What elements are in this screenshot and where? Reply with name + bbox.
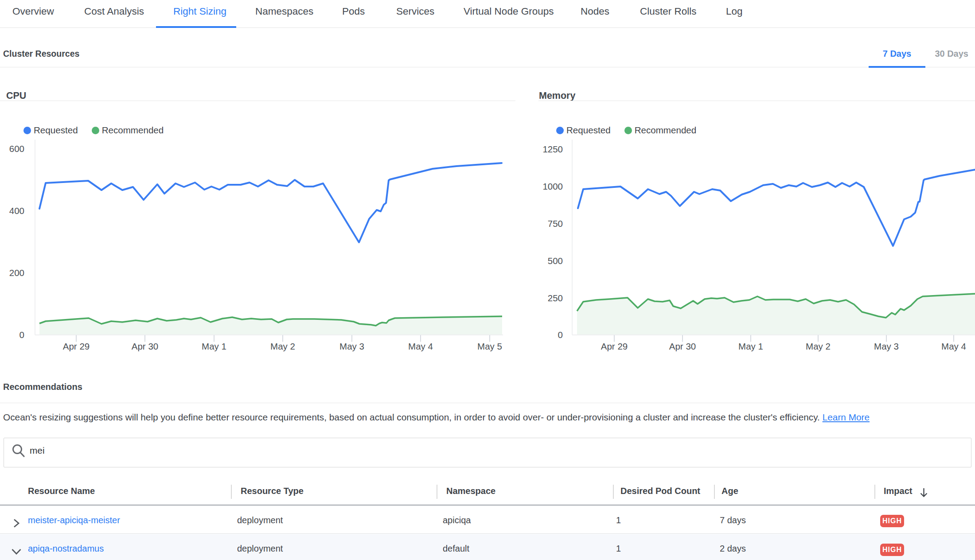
- svg-text:500: 500: [548, 256, 563, 266]
- svg-text:May 3: May 3: [874, 341, 899, 351]
- svg-text:250: 250: [548, 293, 563, 303]
- svg-text:May 3: May 3: [339, 341, 364, 351]
- svg-text:1250: 1250: [542, 144, 563, 154]
- svg-text:May 2: May 2: [806, 341, 831, 351]
- svg-text:200: 200: [9, 268, 24, 278]
- svg-text:0: 0: [558, 330, 563, 340]
- svg-text:May 4: May 4: [941, 341, 966, 351]
- svg-text:May 4: May 4: [408, 341, 433, 351]
- svg-text:750: 750: [548, 218, 563, 229]
- svg-text:Apr 29: Apr 29: [601, 341, 628, 351]
- svg-text:Apr 29: Apr 29: [63, 341, 90, 351]
- svg-text:May 2: May 2: [270, 341, 295, 351]
- svg-text:0: 0: [20, 330, 24, 340]
- svg-text:May 1: May 1: [202, 341, 226, 351]
- svg-text:May 1: May 1: [738, 341, 763, 351]
- svg-text:May 5: May 5: [477, 341, 502, 351]
- svg-text:400: 400: [9, 206, 24, 216]
- svg-text:Apr 30: Apr 30: [132, 341, 158, 351]
- svg-text:Apr 30: Apr 30: [669, 341, 696, 351]
- svg-text:1000: 1000: [542, 181, 563, 191]
- svg-text:600: 600: [9, 144, 24, 154]
